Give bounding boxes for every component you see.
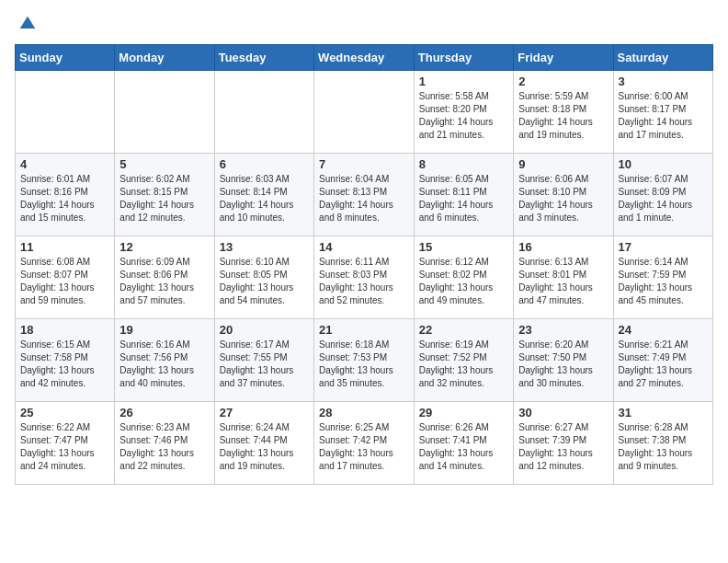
day-number: 10 (619, 157, 709, 171)
day-info: Sunrise: 6:07 AM Sunset: 8:09 PM Dayligh… (619, 173, 709, 224)
day-number: 27 (220, 406, 309, 419)
day-number: 5 (119, 157, 209, 171)
day-number: 19 (119, 323, 209, 337)
calendar-day-cell (214, 71, 313, 154)
calendar-day-cell: 7Sunrise: 6:04 AM Sunset: 8:13 PM Daylig… (314, 154, 415, 236)
day-info: Sunrise: 6:06 AM Sunset: 8:10 PM Dayligh… (518, 173, 608, 224)
calendar-day-cell: 28Sunrise: 6:25 AM Sunset: 7:42 PM Dayli… (314, 402, 415, 485)
calendar-day-cell: 16Sunrise: 6:13 AM Sunset: 8:01 PM Dayli… (514, 236, 613, 319)
day-info: Sunrise: 6:03 AM Sunset: 8:14 PM Dayligh… (220, 173, 309, 224)
calendar-day-cell: 9Sunrise: 6:06 AM Sunset: 8:10 PM Daylig… (514, 154, 613, 236)
calendar-day-header: Saturday (613, 45, 713, 71)
day-info: Sunrise: 6:00 AM Sunset: 8:17 PM Dayligh… (619, 90, 709, 142)
day-info: Sunrise: 6:27 AM Sunset: 7:39 PM Dayligh… (518, 421, 608, 473)
day-info: Sunrise: 6:24 AM Sunset: 7:44 PM Dayligh… (220, 421, 309, 473)
day-number: 24 (619, 323, 709, 337)
calendar-day-cell: 2Sunrise: 5:59 AM Sunset: 8:18 PM Daylig… (514, 71, 613, 154)
day-number: 23 (518, 323, 608, 337)
day-number: 11 (20, 240, 109, 254)
calendar-day-cell: 12Sunrise: 6:09 AM Sunset: 8:06 PM Dayli… (115, 236, 214, 319)
day-number: 30 (518, 406, 608, 419)
calendar-week-row: 25Sunrise: 6:22 AM Sunset: 7:47 PM Dayli… (16, 402, 713, 485)
calendar-table: SundayMondayTuesdayWednesdayThursdayFrid… (15, 44, 713, 485)
day-info: Sunrise: 6:25 AM Sunset: 7:42 PM Dayligh… (319, 421, 409, 473)
day-number: 18 (20, 323, 109, 337)
calendar-day-header: Tuesday (214, 45, 313, 71)
day-info: Sunrise: 6:19 AM Sunset: 7:52 PM Dayligh… (419, 339, 508, 390)
day-info: Sunrise: 6:21 AM Sunset: 7:49 PM Dayligh… (619, 339, 709, 390)
day-number: 21 (319, 323, 409, 337)
day-number: 20 (220, 323, 309, 337)
calendar-day-cell: 3Sunrise: 6:00 AM Sunset: 8:17 PM Daylig… (613, 71, 713, 154)
day-info: Sunrise: 6:15 AM Sunset: 7:58 PM Dayligh… (20, 339, 109, 390)
calendar-day-cell: 11Sunrise: 6:08 AM Sunset: 8:07 PM Dayli… (16, 236, 115, 319)
calendar-day-header: Wednesday (314, 45, 415, 71)
calendar-day-cell: 22Sunrise: 6:19 AM Sunset: 7:52 PM Dayli… (414, 319, 513, 402)
day-number: 25 (20, 406, 109, 419)
day-info: Sunrise: 6:08 AM Sunset: 8:07 PM Dayligh… (20, 256, 109, 307)
day-info: Sunrise: 6:09 AM Sunset: 8:06 PM Dayligh… (119, 256, 209, 307)
day-info: Sunrise: 5:58 AM Sunset: 8:20 PM Dayligh… (419, 90, 508, 142)
day-info: Sunrise: 6:05 AM Sunset: 8:11 PM Dayligh… (419, 173, 508, 224)
calendar-day-header: Sunday (16, 45, 115, 71)
calendar-day-cell: 1Sunrise: 5:58 AM Sunset: 8:20 PM Daylig… (414, 71, 513, 154)
day-number: 15 (419, 240, 508, 254)
calendar-day-cell: 19Sunrise: 6:16 AM Sunset: 7:56 PM Dayli… (115, 319, 214, 402)
calendar-day-cell: 5Sunrise: 6:02 AM Sunset: 8:15 PM Daylig… (115, 154, 214, 236)
day-number: 13 (220, 240, 309, 254)
day-info: Sunrise: 6:10 AM Sunset: 8:05 PM Dayligh… (220, 256, 309, 307)
day-number: 26 (119, 406, 209, 419)
calendar-day-cell: 20Sunrise: 6:17 AM Sunset: 7:55 PM Dayli… (214, 319, 313, 402)
calendar-day-cell: 6Sunrise: 6:03 AM Sunset: 8:14 PM Daylig… (214, 154, 313, 236)
calendar-header-row: SundayMondayTuesdayWednesdayThursdayFrid… (16, 45, 713, 71)
calendar-day-cell (115, 71, 214, 154)
day-info: Sunrise: 6:28 AM Sunset: 7:38 PM Dayligh… (619, 421, 709, 473)
calendar-day-header: Friday (514, 45, 613, 71)
calendar-day-cell: 8Sunrise: 6:05 AM Sunset: 8:11 PM Daylig… (414, 154, 513, 236)
day-number: 29 (419, 406, 508, 419)
day-info: Sunrise: 6:04 AM Sunset: 8:13 PM Dayligh… (319, 173, 409, 224)
calendar-day-cell (16, 71, 115, 154)
calendar-day-cell: 21Sunrise: 6:18 AM Sunset: 7:53 PM Dayli… (314, 319, 415, 402)
calendar-day-cell: 15Sunrise: 6:12 AM Sunset: 8:02 PM Dayli… (414, 236, 513, 319)
calendar-day-cell: 24Sunrise: 6:21 AM Sunset: 7:49 PM Dayli… (613, 319, 713, 402)
calendar-week-row: 1Sunrise: 5:58 AM Sunset: 8:20 PM Daylig… (16, 71, 713, 154)
day-number: 9 (518, 157, 608, 171)
day-info: Sunrise: 6:11 AM Sunset: 8:03 PM Dayligh… (319, 256, 409, 307)
calendar-day-cell: 29Sunrise: 6:26 AM Sunset: 7:41 PM Dayli… (414, 402, 513, 485)
day-info: Sunrise: 6:14 AM Sunset: 7:59 PM Dayligh… (619, 256, 709, 307)
day-info: Sunrise: 6:01 AM Sunset: 8:16 PM Dayligh… (20, 173, 109, 224)
day-number: 16 (518, 240, 608, 254)
calendar-day-cell: 31Sunrise: 6:28 AM Sunset: 7:38 PM Dayli… (613, 402, 713, 485)
day-number: 8 (419, 157, 508, 171)
day-number: 6 (220, 157, 309, 171)
logo-icon (18, 15, 37, 33)
calendar-day-header: Monday (115, 45, 214, 71)
day-number: 12 (119, 240, 209, 254)
calendar-day-cell: 25Sunrise: 6:22 AM Sunset: 7:47 PM Dayli… (16, 402, 115, 485)
day-info: Sunrise: 6:23 AM Sunset: 7:46 PM Dayligh… (119, 421, 209, 473)
day-info: Sunrise: 6:22 AM Sunset: 7:47 PM Dayligh… (20, 421, 109, 473)
day-info: Sunrise: 6:16 AM Sunset: 7:56 PM Dayligh… (119, 339, 209, 390)
day-number: 7 (319, 157, 409, 171)
calendar-day-cell: 14Sunrise: 6:11 AM Sunset: 8:03 PM Dayli… (314, 236, 415, 319)
day-number: 22 (419, 323, 508, 337)
calendar-day-cell: 23Sunrise: 6:20 AM Sunset: 7:50 PM Dayli… (514, 319, 613, 402)
calendar-day-cell: 27Sunrise: 6:24 AM Sunset: 7:44 PM Dayli… (214, 402, 313, 485)
calendar-day-cell: 18Sunrise: 6:15 AM Sunset: 7:58 PM Dayli… (16, 319, 115, 402)
day-info: Sunrise: 6:18 AM Sunset: 7:53 PM Dayligh… (319, 339, 409, 390)
day-number: 17 (619, 240, 709, 254)
calendar-week-row: 18Sunrise: 6:15 AM Sunset: 7:58 PM Dayli… (16, 319, 713, 402)
day-number: 1 (419, 75, 508, 88)
day-number: 31 (619, 406, 709, 419)
day-info: Sunrise: 6:12 AM Sunset: 8:02 PM Dayligh… (419, 256, 508, 307)
calendar-week-row: 11Sunrise: 6:08 AM Sunset: 8:07 PM Dayli… (16, 236, 713, 319)
day-number: 4 (20, 157, 109, 171)
calendar-day-cell: 26Sunrise: 6:23 AM Sunset: 7:46 PM Dayli… (115, 402, 214, 485)
calendar-day-cell: 10Sunrise: 6:07 AM Sunset: 8:09 PM Dayli… (613, 154, 713, 236)
day-number: 28 (319, 406, 409, 419)
day-info: Sunrise: 6:13 AM Sunset: 8:01 PM Dayligh… (518, 256, 608, 307)
calendar-day-cell: 17Sunrise: 6:14 AM Sunset: 7:59 PM Dayli… (613, 236, 713, 319)
day-number: 2 (518, 75, 608, 88)
svg-marker-0 (20, 17, 36, 29)
